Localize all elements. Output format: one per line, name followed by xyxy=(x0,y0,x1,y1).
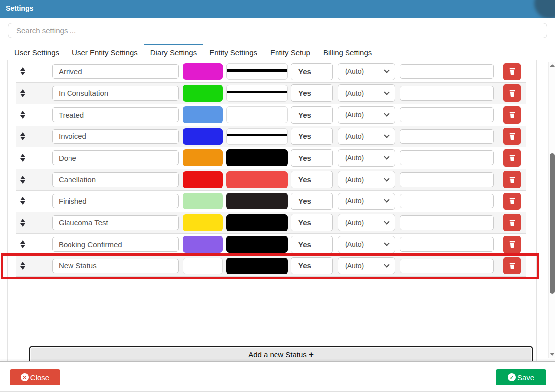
drag-handle-icon[interactable] xyxy=(16,132,52,140)
status-strike-color-swatch[interactable] xyxy=(226,193,288,209)
status-visible-field[interactable]: Yes xyxy=(291,257,333,274)
status-name-input[interactable] xyxy=(52,194,179,208)
delete-status-button[interactable] xyxy=(503,63,521,80)
status-next-select[interactable]: (Auto) xyxy=(338,171,395,188)
status-next-value: (Auto) xyxy=(345,219,364,227)
status-next-select[interactable]: (Auto) xyxy=(338,236,395,253)
status-strike-color-swatch[interactable] xyxy=(226,128,288,145)
status-color-swatch[interactable] xyxy=(183,85,223,102)
status-visible-field[interactable]: Yes xyxy=(291,63,333,80)
status-strike-color-swatch[interactable] xyxy=(226,258,288,274)
scrollbar[interactable] xyxy=(548,62,555,358)
status-visible-field[interactable]: Yes xyxy=(291,171,333,188)
scroll-down-arrow-icon[interactable] xyxy=(550,353,555,356)
status-color-swatch[interactable] xyxy=(183,214,223,231)
status-name-input[interactable] xyxy=(52,129,179,144)
drag-handle-icon[interactable] xyxy=(16,154,52,162)
status-name-input[interactable] xyxy=(52,237,179,252)
status-note-input[interactable] xyxy=(400,150,494,165)
search-input[interactable] xyxy=(8,23,547,38)
status-visible-field[interactable]: Yes xyxy=(291,128,333,145)
status-strike-color-swatch[interactable] xyxy=(226,171,288,188)
tab-user-entity-settings[interactable]: User Entity Settings xyxy=(66,44,144,60)
status-visible-field[interactable]: Yes xyxy=(291,193,333,210)
drag-handle-icon[interactable] xyxy=(16,219,52,227)
status-next-select[interactable]: (Auto) xyxy=(338,257,395,274)
status-strike-color-swatch[interactable] xyxy=(226,149,288,166)
delete-status-button[interactable] xyxy=(503,193,521,210)
status-note-input[interactable] xyxy=(400,86,494,101)
status-strike-color-swatch[interactable] xyxy=(226,63,288,80)
status-color-swatch[interactable] xyxy=(183,258,223,274)
delete-status-button[interactable] xyxy=(503,128,521,145)
tab-billing-settings[interactable]: Billing Settings xyxy=(317,44,378,60)
drag-handle-icon[interactable] xyxy=(16,67,52,75)
delete-status-button[interactable] xyxy=(503,84,521,102)
status-visible-field[interactable]: Yes xyxy=(291,236,333,253)
status-note-input[interactable] xyxy=(400,194,494,208)
status-note-input[interactable] xyxy=(400,237,494,252)
delete-status-button[interactable] xyxy=(503,236,521,253)
status-note-input[interactable] xyxy=(400,172,494,187)
status-note-input[interactable] xyxy=(400,215,494,230)
status-note-input[interactable] xyxy=(400,259,494,273)
status-color-swatch[interactable] xyxy=(183,236,223,253)
status-color-swatch[interactable] xyxy=(183,128,223,145)
status-next-value: (Auto) xyxy=(345,111,364,119)
delete-status-button[interactable] xyxy=(503,106,521,124)
status-note-input[interactable] xyxy=(400,64,494,79)
chevron-down-icon xyxy=(384,68,389,73)
status-color-swatch[interactable] xyxy=(183,63,223,80)
status-name-input[interactable] xyxy=(52,259,179,273)
status-next-select[interactable]: (Auto) xyxy=(338,149,395,167)
status-visible-field[interactable]: Yes xyxy=(291,214,333,231)
status-name-input[interactable] xyxy=(52,107,179,122)
status-color-swatch[interactable] xyxy=(183,149,223,166)
status-strike-color-swatch[interactable] xyxy=(226,236,288,253)
scrollbar-thumb[interactable] xyxy=(550,153,555,294)
status-visible-field[interactable]: Yes xyxy=(291,149,333,167)
tab-entity-settings[interactable]: Entity Settings xyxy=(203,44,264,60)
status-color-swatch[interactable] xyxy=(183,106,223,123)
status-name-input[interactable] xyxy=(52,172,179,187)
status-visible-field[interactable]: Yes xyxy=(291,106,333,124)
delete-status-button[interactable] xyxy=(503,214,521,231)
status-next-select[interactable]: (Auto) xyxy=(338,193,395,210)
status-row: Yes (Auto) xyxy=(16,104,526,126)
status-next-select[interactable]: (Auto) xyxy=(338,63,395,80)
tab-diary-settings[interactable]: Diary Settings xyxy=(144,44,203,60)
drag-handle-icon[interactable] xyxy=(16,111,52,119)
status-visible-field[interactable]: Yes xyxy=(291,84,333,102)
drag-handle-icon[interactable] xyxy=(16,262,52,270)
status-strike-color-swatch[interactable] xyxy=(226,214,288,231)
delete-status-button[interactable] xyxy=(503,149,521,167)
status-next-select[interactable]: (Auto) xyxy=(338,128,395,145)
status-strike-color-swatch[interactable] xyxy=(226,106,288,123)
status-name-input[interactable] xyxy=(52,215,179,230)
status-row: Yes (Auto) xyxy=(16,61,526,83)
status-name-input[interactable] xyxy=(52,64,179,79)
status-note-input[interactable] xyxy=(400,129,494,144)
tab-entity-setup[interactable]: Entity Setup xyxy=(264,44,317,60)
delete-status-button[interactable] xyxy=(503,171,521,188)
drag-handle-icon[interactable] xyxy=(16,240,52,248)
status-note-input[interactable] xyxy=(400,107,494,122)
close-button[interactable]: ✕ Close xyxy=(10,369,60,385)
tab-user-settings[interactable]: User Settings xyxy=(8,44,66,60)
save-button[interactable]: ✓ Save xyxy=(496,369,546,385)
drag-handle-icon[interactable] xyxy=(16,89,52,97)
plus-icon: + xyxy=(309,350,314,359)
status-strike-color-swatch[interactable] xyxy=(226,85,288,102)
drag-handle-icon[interactable] xyxy=(16,176,52,184)
status-next-select[interactable]: (Auto) xyxy=(338,106,395,124)
status-next-select[interactable]: (Auto) xyxy=(338,214,395,231)
status-name-input[interactable] xyxy=(52,150,179,165)
delete-status-button[interactable] xyxy=(503,257,521,274)
status-color-swatch[interactable] xyxy=(183,193,223,209)
trash-icon xyxy=(508,153,517,162)
status-next-select[interactable]: (Auto) xyxy=(338,84,395,102)
status-name-input[interactable] xyxy=(52,86,179,101)
scroll-up-arrow-icon[interactable] xyxy=(550,64,555,67)
drag-handle-icon[interactable] xyxy=(16,197,52,205)
status-color-swatch[interactable] xyxy=(183,171,223,188)
